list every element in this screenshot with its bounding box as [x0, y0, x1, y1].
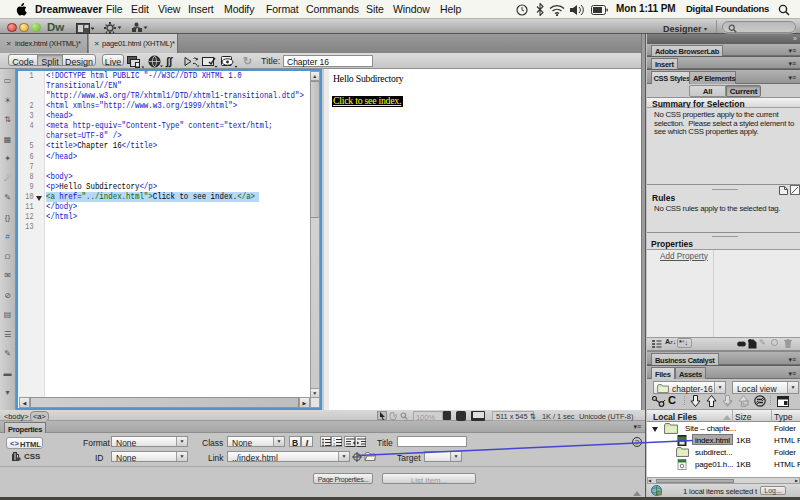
svg-text:1: 1	[333, 438, 335, 442]
svg-text:2: 2	[333, 443, 335, 447]
